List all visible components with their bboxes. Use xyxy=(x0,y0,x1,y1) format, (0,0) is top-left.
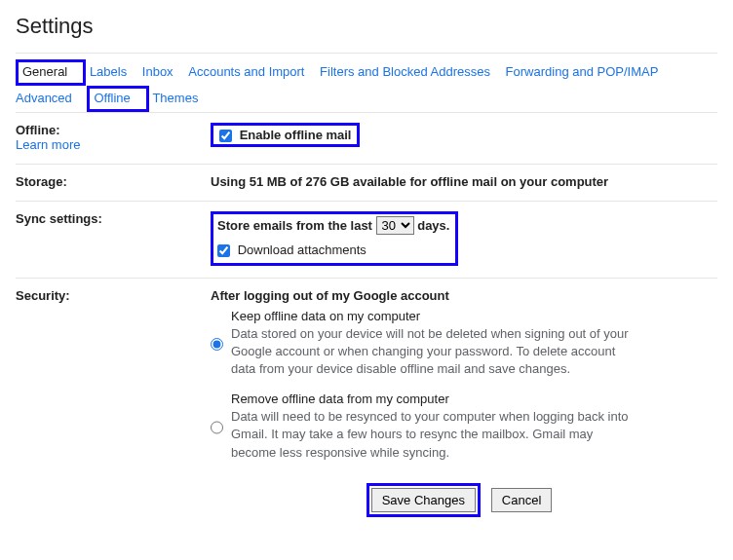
tab-filters[interactable]: Filters and Blocked Addresses xyxy=(320,60,490,85)
tab-general[interactable]: General xyxy=(22,62,67,83)
section-sync: Sync settings: Store emails from the las… xyxy=(16,201,717,278)
storage-text: Using 51 MB of 276 GB available for offl… xyxy=(211,174,717,189)
remove-data-radio[interactable] xyxy=(211,393,223,462)
download-attachments-checkbox[interactable] xyxy=(217,244,230,257)
page-title: Settings xyxy=(16,14,717,39)
tab-inbox[interactable]: Inbox xyxy=(142,60,174,85)
learn-more-link[interactable]: Learn more xyxy=(16,137,80,152)
settings-tabs: General Labels Inbox Accounts and Import… xyxy=(16,53,717,112)
security-heading: After logging out of my Google account xyxy=(211,288,717,303)
download-attachments-label: Download attachments xyxy=(238,243,366,257)
keep-data-radio[interactable] xyxy=(211,311,223,379)
tab-forwarding[interactable]: Forwarding and POP/IMAP xyxy=(506,60,659,85)
sync-days-select[interactable]: 30 xyxy=(376,216,414,235)
section-storage: Storage: Using 51 MB of 276 GB available… xyxy=(16,164,717,201)
keep-data-desc: Data stored on your device will not be d… xyxy=(231,325,640,379)
storage-label: Storage: xyxy=(16,174,211,189)
sync-label: Sync settings: xyxy=(16,211,211,266)
tab-accounts[interactable]: Accounts and Import xyxy=(188,60,304,85)
tab-advanced[interactable]: Advanced xyxy=(16,87,72,111)
enable-offline-label: Enable offline mail xyxy=(240,128,352,142)
tab-labels[interactable]: Labels xyxy=(90,60,127,85)
tab-offline[interactable]: Offline xyxy=(94,89,130,109)
remove-data-title: Remove offline data from my computer xyxy=(231,392,640,406)
remove-data-desc: Data will need to be resynced to your co… xyxy=(231,408,640,462)
store-suffix: days. xyxy=(417,218,449,233)
button-row: Save Changes Cancel xyxy=(201,483,717,517)
enable-offline-checkbox[interactable] xyxy=(219,130,232,142)
offline-label: Offline: xyxy=(16,123,60,137)
section-security: Security: After logging out of my Google… xyxy=(16,278,717,473)
tab-themes[interactable]: Themes xyxy=(152,87,198,111)
keep-data-title: Keep offline data on my computer xyxy=(231,309,640,323)
save-button[interactable]: Save Changes xyxy=(371,488,476,512)
cancel-button[interactable]: Cancel xyxy=(491,488,552,512)
store-prefix: Store emails from the last xyxy=(217,218,372,233)
security-label: Security: xyxy=(16,288,211,462)
section-offline: Offline: Learn more Enable offline mail xyxy=(16,112,717,164)
